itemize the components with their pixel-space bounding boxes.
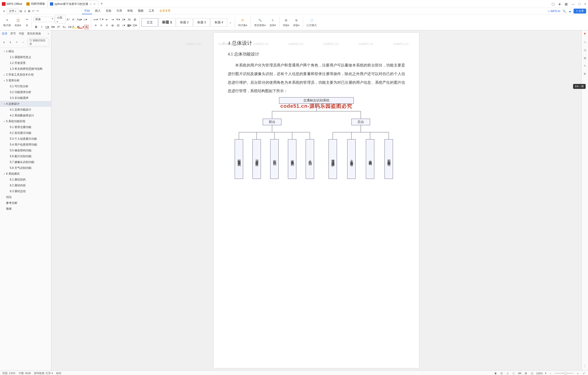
strike-button[interactable]: S▾	[50, 24, 55, 30]
toc-item[interactable]: 5.5 修改密码功能:	[0, 148, 51, 153]
document-area[interactable]: ⠿ 4 总体设计 4.1 总体功能设计 本系统的用户分为管理员用户和普通用户两个…	[51, 30, 581, 370]
subscript-button[interactable]: X₂	[62, 24, 67, 30]
toc-item[interactable]: 3.1 可行性分析	[0, 83, 51, 89]
toc-item[interactable]: 5.8 天气识别功能:	[0, 165, 51, 171]
change-case-icon[interactable]: Aa▾	[77, 17, 82, 22]
tab-page[interactable]: 页面	[103, 8, 114, 14]
toc-item[interactable]: ▾5 系统功能实现	[0, 119, 51, 124]
toc-item[interactable]: 5.6 图片识别功能:	[0, 153, 51, 159]
phonetic-button[interactable]: A	[84, 24, 89, 30]
copy-icon[interactable]: ⎘	[24, 23, 30, 28]
toc-item[interactable]: ▾1 绪论	[0, 49, 51, 54]
remove-toc-icon[interactable]: −	[21, 40, 25, 44]
clear-format-icon[interactable]: ◇▾	[83, 17, 88, 22]
sb-icon[interactable]: ⊞	[524, 372, 528, 375]
nav-tab-find[interactable]: 查找和替换	[27, 32, 41, 36]
tab-view[interactable]: 视图	[136, 8, 146, 14]
tab-document[interactable]: python基于深度学习的交通 ◇ ×	[47, 1, 98, 7]
ime-badge[interactable]: EN ♪ 简	[573, 84, 586, 89]
zoom-in-icon[interactable]: +	[576, 372, 580, 375]
wps-ai-button[interactable]: ⟡ WPS AI	[548, 10, 560, 13]
distribute-icon[interactable]: ⊟	[116, 23, 121, 28]
zoom-slider[interactable]	[555, 373, 574, 374]
collapse-icon[interactable]: ∨	[2, 40, 6, 44]
redo-icon[interactable]: ↷	[36, 9, 39, 13]
decrease-indent-icon[interactable]: ⇤	[104, 17, 109, 22]
rail-icon[interactable]: ⚙	[583, 72, 587, 76]
number-list-icon[interactable]: ⒈▾	[99, 17, 104, 22]
toc-item[interactable]: 1.2 开发背景	[0, 60, 51, 66]
nav-tab-toc[interactable]: 目录	[2, 32, 8, 36]
increase-indent-icon[interactable]: ⇥	[110, 17, 115, 22]
toc-item[interactable]: 5.2 首页展示功能	[0, 130, 51, 136]
arrange2-button[interactable]: ⧉排版▾	[292, 18, 301, 27]
style-h4[interactable]: 标题 4	[210, 18, 227, 27]
format-painter-button[interactable]: ✎格式刷	[2, 18, 12, 27]
toc-item[interactable]: ▾6 系统测试	[0, 171, 51, 177]
line-spacing-icon[interactable]: ‡▾	[121, 17, 126, 22]
bullet-list-icon[interactable]: ≔▾	[93, 17, 98, 22]
print-preview-icon[interactable]: ⎙	[23, 9, 27, 13]
style-h2[interactable]: 标题 2	[176, 18, 193, 27]
align-left-icon[interactable]: ≡	[93, 23, 98, 28]
toc-item[interactable]: 参考文献	[0, 200, 51, 206]
decrease-font-icon[interactable]: A⁻	[71, 17, 76, 22]
tab-vip[interactable]: 会员专享	[157, 8, 173, 14]
tab-start[interactable]: 开始	[82, 8, 92, 14]
marker-icon[interactable]: 📍	[583, 32, 587, 36]
close-icon[interactable]: ×	[584, 2, 586, 6]
tab-reference[interactable]: 引用	[114, 8, 124, 14]
toc-item[interactable]: ▸2 开发工具及技术介绍	[0, 72, 51, 78]
window-icon[interactable]: ▢	[552, 2, 555, 6]
toc-item[interactable]: 致谢	[0, 206, 51, 212]
fullscreen-icon[interactable]: ⤢	[582, 372, 586, 375]
sb-icon[interactable]: ⊕▾	[518, 372, 522, 375]
search-icon[interactable]: 🔍	[563, 10, 566, 13]
tab-tools[interactable]: 工具	[146, 8, 157, 14]
hamburger-icon[interactable]: ≡	[2, 9, 6, 13]
align-right-icon[interactable]: ≡	[104, 23, 109, 28]
zoom-out-icon[interactable]: −	[549, 372, 553, 375]
font-size-select[interactable]: 小四 ▾	[55, 15, 65, 24]
underline-button[interactable]: U▾	[45, 24, 50, 30]
cloud-icon[interactable]: ☁	[568, 10, 571, 13]
official-mode-button[interactable]: 📄公文模式	[305, 18, 318, 27]
increase-font-icon[interactable]: A⁺	[66, 17, 71, 22]
align-center-icon[interactable]: ≡	[99, 23, 104, 28]
file-menu[interactable]: 文件 ▾	[7, 8, 18, 14]
rail-icon[interactable]: ◷	[583, 48, 587, 52]
rail-more-icon[interactable]: ⋮	[583, 364, 587, 368]
style-h1[interactable]: 标题 1	[159, 18, 176, 27]
window-icon[interactable]: ◈	[558, 2, 561, 6]
proof-button[interactable]: 校对	[56, 372, 61, 375]
tab-insert[interactable]: 插入	[93, 8, 103, 14]
arrange-button[interactable]: ⊟排版▾	[281, 18, 291, 27]
toc-item[interactable]: 4.2 系统数据库设计	[0, 113, 51, 119]
drag-handle-icon[interactable]: ⠿	[223, 41, 225, 45]
expand-icon[interactable]: ∧	[8, 40, 13, 44]
superscript-button[interactable]: X²	[56, 24, 61, 30]
sb-icon[interactable]: ◉	[494, 372, 497, 375]
toc-item[interactable]: 5.1 登录注册功能	[0, 124, 51, 130]
tab-close-icon[interactable]: ×	[93, 2, 96, 6]
undo-icon[interactable]: ↶	[32, 9, 35, 13]
font-name-select[interactable]: 宋体 ▾	[34, 17, 55, 22]
sb-icon[interactable]: ▷	[512, 372, 516, 375]
minimize-icon[interactable]: —	[571, 2, 575, 6]
italic-button[interactable]: I	[39, 24, 44, 30]
sb-icon[interactable]: ⊡	[500, 372, 504, 375]
share-button[interactable]: ⇪ 分享	[574, 9, 586, 13]
add-toc-icon[interactable]: +	[14, 40, 19, 44]
rail-icon[interactable]: ⤡	[583, 40, 587, 44]
rail-icon[interactable]: ✎	[583, 64, 587, 68]
toc-item[interactable]: 3.2 功能需求分析	[0, 89, 51, 95]
toc-item[interactable]: ▾3 需求分析	[0, 78, 51, 83]
style-more-icon[interactable]: ⌄	[228, 20, 233, 25]
toc-item[interactable]: 1.3 本文的研究思路与结构	[0, 66, 51, 72]
spell-check-status[interactable]: 拼写检查: 打开 ▾	[34, 372, 53, 375]
maximize-icon[interactable]: □	[578, 2, 580, 6]
print-icon[interactable]: 🖶	[27, 9, 31, 13]
toc-item[interactable]: 结论	[0, 194, 51, 200]
nav-tab-bookmark[interactable]: 书签	[19, 32, 24, 36]
window-icon[interactable]: ▦	[565, 2, 568, 6]
